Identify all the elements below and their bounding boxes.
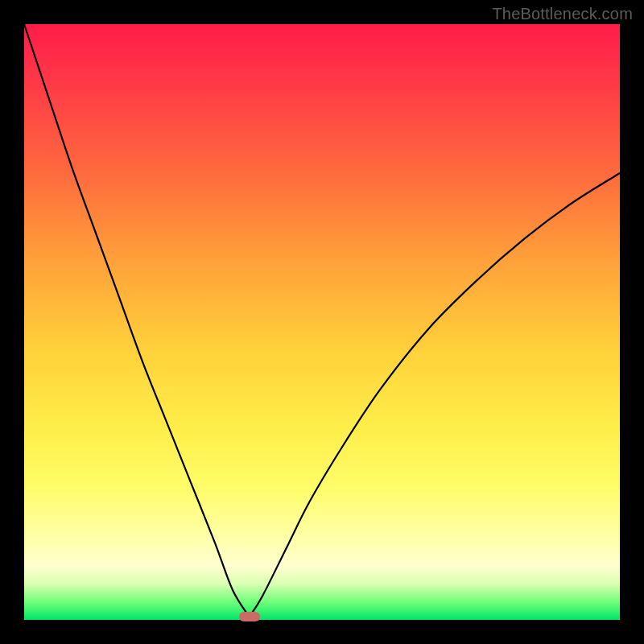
- watermark-text: TheBottleneck.com: [492, 5, 633, 23]
- bottleneck-curve: [24, 24, 620, 620]
- curve-right-branch: [250, 173, 620, 617]
- curve-left-branch: [24, 24, 250, 617]
- chart-frame: TheBottleneck.com: [0, 0, 644, 644]
- plot-area: [24, 24, 620, 620]
- minimum-marker: [239, 612, 260, 621]
